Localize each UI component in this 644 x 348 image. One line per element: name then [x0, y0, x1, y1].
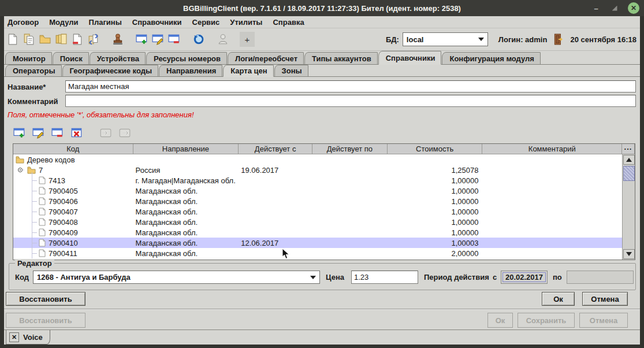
remove-document-button[interactable] — [70, 32, 85, 47]
maximize-icon — [612, 6, 617, 11]
file-icon — [39, 176, 46, 184]
user-button[interactable] — [215, 32, 230, 47]
table-row[interactable]: 7413 г. Магадан|Магаданская обл. 1,00000 — [13, 175, 622, 186]
column-header-code[interactable]: Код — [13, 144, 133, 154]
copy-document-icon — [23, 34, 35, 45]
tab-konfiguraciya-modulya[interactable]: Конфигурация модуля — [442, 52, 540, 64]
scrollbar-thumb[interactable] — [623, 166, 635, 181]
menu-moduli[interactable]: Модули — [44, 16, 83, 28]
user-icon — [218, 34, 228, 45]
scroll-up-button[interactable] — [623, 155, 635, 165]
remove-window-icon — [51, 127, 64, 139]
editor-restore-button[interactable]: Восстановить — [6, 292, 85, 306]
exit-door-icon[interactable] — [553, 34, 563, 45]
table-row[interactable]: 7900409 Магаданская обл. 1,00000 — [13, 227, 622, 238]
chevron-down-icon — [478, 38, 484, 41]
move-in-icon — [99, 128, 112, 138]
tab-spravochniki[interactable]: Справочники — [378, 51, 442, 65]
table-row[interactable]: 7900408 Магаданская обл. 1,00000 — [13, 217, 622, 227]
add-window-icon — [13, 127, 26, 139]
editor-group-title: Редактор — [15, 259, 54, 268]
tab-karta-cen[interactable]: Карта цен — [223, 65, 273, 77]
tab-monitor[interactable]: Монитор — [5, 52, 52, 64]
add-row-button[interactable] — [12, 127, 27, 139]
tab-voice-label: Voice — [23, 333, 43, 342]
tab-operatory[interactable]: Операторы — [5, 65, 62, 76]
add-window-button[interactable] — [135, 32, 150, 47]
tab-resursy-nomerov[interactable]: Ресурсы номеров — [146, 52, 227, 64]
editor-cancel-button[interactable]: Отмена — [582, 292, 628, 306]
delete-x-button[interactable] — [69, 127, 84, 139]
editor-date-from-field[interactable]: 20.02.2017 — [501, 271, 548, 284]
menu-spravka[interactable]: Справка — [267, 16, 309, 28]
name-input[interactable] — [65, 80, 636, 92]
maximize-button[interactable] — [609, 3, 620, 13]
open-folder-button[interactable] — [38, 32, 53, 47]
open-folder-icon — [39, 34, 51, 45]
column-header-direction[interactable]: Направление — [133, 144, 239, 154]
editor-period-to-label: по — [553, 273, 562, 282]
editor-ok-button[interactable]: Ок — [542, 292, 575, 306]
menu-utility[interactable]: Утилиты — [225, 16, 267, 28]
move-out-button[interactable] — [117, 127, 132, 139]
editor-date-to-field[interactable] — [567, 271, 634, 284]
editor-period-from-label: с — [493, 273, 497, 282]
menu-dogovor[interactable]: Договор — [4, 16, 44, 28]
column-header-cost[interactable]: Стоимость — [388, 144, 483, 154]
editor-price-input[interactable] — [351, 271, 418, 284]
tab-geograficheskie-kody[interactable]: Географические коды — [62, 65, 158, 76]
column-header-valid-from[interactable]: Действует с — [239, 144, 312, 154]
table-row[interactable]: 7 Россия 19.06.2017 1,25078 — [13, 165, 622, 175]
editor-code-select[interactable]: 1268 - Антигуа и Барбуда — [33, 271, 320, 284]
remove-row-button[interactable] — [50, 127, 65, 139]
sub-tab-bar: Операторы Географические коды Направлени… — [4, 65, 640, 77]
table-row[interactable]: 7900411 Магаданская обл. 2,00000 — [13, 248, 622, 258]
copy-document-button[interactable] — [21, 32, 36, 47]
remove-window-button[interactable] — [167, 32, 182, 47]
menu-servis[interactable]: Сервис — [187, 16, 225, 28]
mouse-cursor — [282, 248, 290, 260]
column-options-button[interactable]: ... — [622, 144, 635, 154]
table-row[interactable]: Дерево кодов — [13, 154, 622, 165]
main-tab-bar: Монитор Поиск Устройства Ресурсы номеров… — [4, 51, 640, 65]
ok-button-disabled: Ок — [487, 313, 513, 328]
close-tab-button[interactable]: ✕ — [9, 332, 19, 342]
folder-icon — [16, 156, 24, 164]
edit-row-button[interactable] — [31, 127, 46, 139]
restore-button-disabled: Восстановить — [6, 313, 85, 328]
table-row[interactable]: 7900405 Магаданская обл. 1,00000 — [13, 186, 622, 196]
scroll-down-button[interactable] — [623, 249, 635, 259]
file-icon — [39, 228, 46, 236]
menu-spravochniki[interactable]: Справочники — [127, 16, 187, 28]
add-tab-button[interactable]: + — [240, 32, 255, 47]
close-button[interactable]: ✕ — [628, 2, 639, 14]
tree-expand-handle[interactable] — [17, 166, 24, 173]
vertical-scrollbar[interactable] — [622, 154, 635, 260]
minimize-button[interactable]: – — [591, 3, 601, 13]
refresh-button[interactable] — [191, 32, 206, 47]
comment-input[interactable] — [65, 95, 636, 107]
tab-ustroystva[interactable]: Устройства — [90, 52, 146, 64]
db-select[interactable]: local — [403, 32, 488, 46]
new-document-button[interactable] — [5, 32, 20, 47]
tab-poisk[interactable]: Поиск — [53, 52, 89, 64]
column-header-valid-to[interactable]: Действует по — [312, 144, 388, 154]
edit-window-icon — [152, 34, 165, 45]
menu-plaginy[interactable]: Плагины — [84, 16, 127, 28]
documents-stack-button[interactable] — [54, 32, 69, 47]
table-row[interactable]: 7900407 Магаданская обл. 1,00000 — [13, 206, 622, 217]
transfer-documents-button[interactable] — [86, 32, 101, 47]
stamp-button[interactable] — [110, 32, 125, 47]
tab-napravleniya[interactable]: Направления — [159, 65, 222, 76]
edit-window-button[interactable] — [151, 32, 166, 47]
tab-tipy-akkauntov[interactable]: Типы аккаунтов — [304, 52, 378, 64]
move-in-button[interactable] — [98, 127, 113, 139]
tab-voice[interactable]: ✕ Voice — [6, 330, 50, 345]
table-row[interactable]: 7900406 Магаданская обл. 1,00000 — [13, 196, 622, 206]
tab-zony[interactable]: Зоны — [274, 65, 308, 76]
db-label: БД: — [386, 35, 399, 44]
table-row-selected[interactable]: 7900410 Магаданская обл. 12.06.2017 1,00… — [13, 238, 622, 248]
column-header-comment[interactable]: Комментарий — [482, 144, 622, 154]
module-tab-bar: ✕ Voice — [4, 330, 640, 345]
tab-logi-pereobschet[interactable]: Логи/переобсчет — [228, 52, 304, 64]
